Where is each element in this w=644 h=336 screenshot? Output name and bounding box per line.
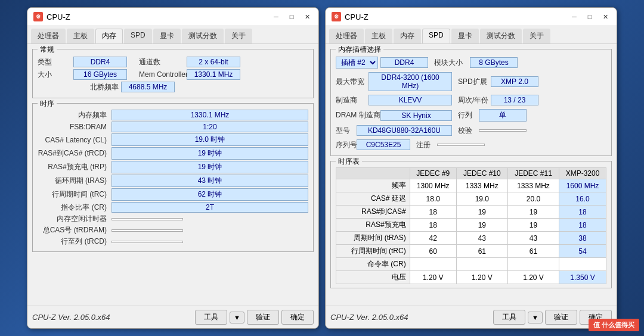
tab-gpu-2[interactable]: 显卡 xyxy=(451,29,479,43)
dram-mfr-label: DRAM 制造商 xyxy=(336,110,380,120)
type-value: DDR4 xyxy=(73,57,127,67)
slot-type: DDR4 xyxy=(380,57,428,68)
col-header-jedec10: JEDEC #10 xyxy=(456,168,507,179)
timing-value-2: 19.0 时钟 xyxy=(112,133,308,146)
tab-motherboard-1[interactable]: 主板 xyxy=(67,29,94,43)
col-header-empty xyxy=(336,168,410,179)
timing-cell-2-3: 18 xyxy=(559,206,606,219)
timing-value-0: 1330.1 MHz xyxy=(112,110,308,120)
timing-row-label-4: 周期时间 (tRAS) xyxy=(336,232,410,245)
timing-cell-3-0: 18 xyxy=(410,219,456,232)
timing-cell-4-1: 43 xyxy=(456,232,507,245)
timing-row-5: 循环周期 (tRAS) 43 时钟 xyxy=(38,175,308,187)
timing-cell-7-3: 1.350 V xyxy=(559,271,606,284)
spd-ext-label: SPD扩展 xyxy=(458,77,491,87)
timing-row-0: 内存频率 1330.1 MHz xyxy=(38,110,308,120)
timing-row-label-2: RAS#到CAS# xyxy=(336,206,410,219)
verify-button-1[interactable]: 验证 xyxy=(247,310,279,325)
row-dram-mfr: DRAM 制造商 SK Hynix 行列 单 xyxy=(336,109,606,122)
row-northbridge: 北桥频率 4688.5 MHz xyxy=(38,82,308,92)
minimize-button-1[interactable]: ─ xyxy=(271,11,281,22)
group-changgui: 常规 类型 DDR4 通道数 2 x 64-bit 大小 16 GBytes M… xyxy=(32,49,314,98)
tab-spd-1[interactable]: SPD xyxy=(124,29,152,43)
tab-bar-1: 处理器 主板 内存 SPD 显卡 测试分数 关于 xyxy=(27,26,318,44)
mfr-label: 制造商 xyxy=(336,95,369,105)
timing-value-3: 19 时钟 xyxy=(112,147,308,160)
title-bar-2: ⚙ CPU-Z ─ □ ✕ xyxy=(326,8,617,26)
tab-processor-2[interactable]: 处理器 xyxy=(329,29,364,43)
window-title-1: CPU-Z xyxy=(47,13,70,21)
timing-cell-2-1: 19 xyxy=(456,206,507,219)
tools-dropdown-2[interactable]: ▼ xyxy=(528,312,543,323)
timing-cell-4-2: 43 xyxy=(507,232,559,245)
close-button-2[interactable]: ✕ xyxy=(600,11,611,22)
group-timing-label: 时序 xyxy=(38,99,57,109)
timing-cell-5-0: 60 xyxy=(410,245,456,258)
tab-about-1[interactable]: 关于 xyxy=(225,29,252,43)
timing-cell-2-0: 18 xyxy=(410,206,456,219)
row-serial: 序列号 C9C53E25 注册 xyxy=(336,139,606,150)
max-bw-label: 最大带宽 xyxy=(336,77,369,87)
timing-cell-1-1: 19.0 xyxy=(456,192,507,206)
row-label: 行列 xyxy=(458,110,479,120)
timing-table: JEDEC #9 JEDEC #10 JEDEC #11 XMP-3200 频率… xyxy=(336,167,606,284)
size-label: 大小 xyxy=(38,70,73,80)
module-size-label: 模块大小 xyxy=(434,58,470,68)
tab-motherboard-2[interactable]: 主板 xyxy=(365,29,392,43)
timing-cell-6-3 xyxy=(559,258,606,271)
tab-spd-2[interactable]: SPD xyxy=(422,29,450,43)
note-value xyxy=(437,144,485,146)
timing-value-10 xyxy=(112,241,183,243)
timing-cell-0-1: 1333 MHz xyxy=(456,179,507,192)
maximize-button-1[interactable]: □ xyxy=(286,11,297,22)
minimize-button-2[interactable]: ─ xyxy=(569,11,580,22)
tab-bench-2[interactable]: 测试分数 xyxy=(480,29,522,43)
timing-row-label-3: RAS#预充电 xyxy=(336,219,410,232)
tab-memory-2[interactable]: 内存 xyxy=(394,29,421,43)
timing-row-7: 指令比率 (CR) 2T xyxy=(38,202,308,213)
close-button-1[interactable]: ✕ xyxy=(302,11,312,22)
tab-bar-2: 处理器 主板 内存 SPD 显卡 测试分数 关于 xyxy=(326,26,617,44)
timing-label-2: CAS# Latency (CL) xyxy=(38,136,109,144)
tab-about-2[interactable]: 关于 xyxy=(523,29,550,43)
timing-cell-0-0: 1300 MHz xyxy=(410,179,456,192)
type-label: 类型 xyxy=(38,57,73,67)
nb-value: 4688.5 MHz xyxy=(121,82,175,92)
tab-gpu-1[interactable]: 显卡 xyxy=(153,29,181,43)
window-spd: ⚙ CPU-Z ─ □ ✕ 处理器 主板 内存 SPD 显卡 测试分数 关于 内… xyxy=(325,7,617,329)
timing-label-9: 总CAS号 (tRDRAM) xyxy=(38,225,109,235)
group-timing: 时序 内存频率 1330.1 MHz FSB:DRAM 1:20 CAS# La… xyxy=(32,103,314,252)
timing-cell-4-3: 38 xyxy=(559,232,606,245)
timing-cell-7-0: 1.20 V xyxy=(410,271,456,284)
timing-row-6: 行周期时间 (tRC) 62 时钟 xyxy=(38,188,308,201)
version-1: CPU-Z Ver. 2.05.0.x64 xyxy=(32,313,110,322)
tab-processor-1[interactable]: 处理器 xyxy=(31,29,66,43)
timing-row-label-6: 命令率 (CR) xyxy=(336,258,410,271)
footer-1: CPU-Z Ver. 2.05.0.x64 工具 ▼ 验证 确定 xyxy=(27,306,318,328)
model-label: 型号 xyxy=(336,126,357,136)
ok-button-1[interactable]: 确定 xyxy=(281,310,314,325)
timing-row-label-1: CAS# 延迟 xyxy=(336,192,410,206)
tools-dropdown-1[interactable]: ▼ xyxy=(230,312,244,323)
maximize-button-2[interactable]: □ xyxy=(584,11,595,22)
timing-cell-3-1: 19 xyxy=(456,219,507,232)
group-timing-table-label: 时序表 xyxy=(336,157,362,167)
timing-value-9 xyxy=(112,229,183,232)
tools-button-1[interactable]: 工具 xyxy=(195,310,227,325)
timing-cell-7-2: 1.20 V xyxy=(507,271,559,284)
tab-memory-1[interactable]: 内存 xyxy=(95,29,123,43)
row-value: 单 xyxy=(479,109,527,122)
tab-bench-1[interactable]: 测试分数 xyxy=(182,29,224,43)
verify-button-2[interactable]: 验证 xyxy=(545,310,577,325)
slot-dropdown[interactable]: 插槽 #2 xyxy=(336,57,378,69)
timing-cell-5-1: 61 xyxy=(456,245,507,258)
tools-button-2[interactable]: 工具 xyxy=(493,310,525,325)
timing-row-label-0: 频率 xyxy=(336,179,410,192)
row-bandwidth: 最大带宽 DDR4-3200 (1600 MHz) SPD扩展 XMP 2.0 xyxy=(336,72,606,91)
nb-label: 北桥频率 xyxy=(38,82,121,92)
group-timing-table: 时序表 JEDEC #9 JEDEC #10 JEDEC #11 XMP-320… xyxy=(330,161,612,288)
timing-label-0: 内存频率 xyxy=(38,110,109,120)
timing-cell-6-1 xyxy=(456,258,507,271)
week-year-label: 周次/年份 xyxy=(458,95,491,105)
timing-cell-7-1: 1.20 V xyxy=(456,271,507,284)
